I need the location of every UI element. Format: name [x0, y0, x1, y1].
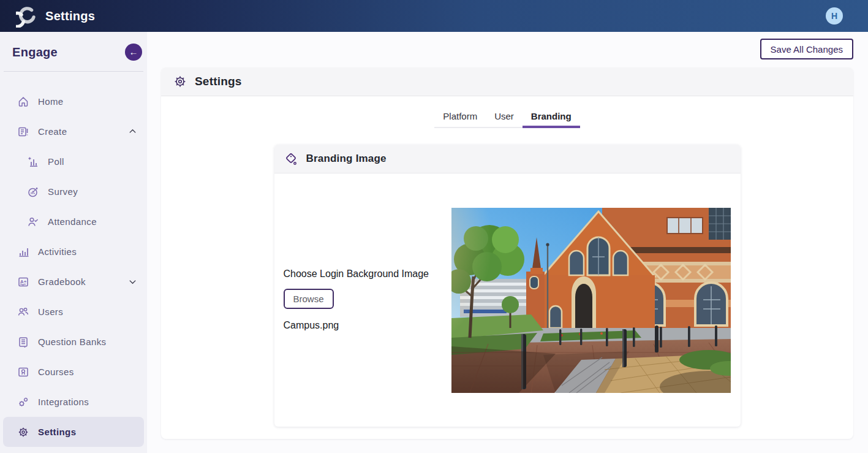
browse-button[interactable]: Browse [284, 289, 334, 309]
sidebar-item-question-banks[interactable]: Question Banks [0, 327, 147, 357]
user-avatar[interactable]: H [826, 7, 843, 25]
sidebar-item-activities[interactable]: Activities [0, 237, 147, 267]
sidebar-item-label: Gradebook [38, 276, 86, 287]
settings-panel: Settings Platform User Branding Bran [161, 67, 853, 439]
selected-file-name: Campus.png [284, 320, 455, 331]
choose-image-label: Choose Login Background Image [284, 268, 455, 280]
app-title: Settings [45, 9, 95, 23]
sidebar-item-label: Courses [38, 367, 74, 377]
sidebar-divider [4, 71, 143, 72]
settings-gear-icon [17, 426, 29, 438]
chevron-down-icon [128, 277, 137, 286]
users-icon [17, 306, 29, 318]
home-icon [17, 96, 29, 108]
sidebar-item-label: Poll [48, 156, 64, 167]
panel-title: Settings [195, 75, 242, 88]
sidebar-item-poll[interactable]: Poll [0, 147, 147, 177]
login-background-image-preview [451, 208, 731, 393]
sidebar-item-courses[interactable]: Courses [0, 357, 147, 387]
sidebar-item-label: Settings [38, 427, 76, 437]
sidebar-item-label: Survey [48, 186, 78, 197]
sidebar-item-label: Users [38, 306, 63, 317]
sidebar-nav: Home Create Poll Survey [0, 86, 147, 447]
survey-icon [27, 186, 39, 198]
sidebar-item-create[interactable]: Create [0, 116, 147, 147]
sidebar-item-label: Create [38, 126, 67, 137]
courses-icon [17, 366, 29, 378]
branding-image-card-header: Branding Image [274, 145, 741, 173]
activities-icon [17, 246, 29, 258]
branding-image-card-body: Choose Login Background Image Browse Cam… [274, 173, 741, 427]
settings-tabs: Platform User Branding [434, 107, 579, 128]
tab-platform[interactable]: Platform [434, 107, 486, 128]
sidebar: Engage ← Home Create Poll [0, 32, 147, 453]
svg-text:A+: A+ [20, 278, 27, 284]
branding-paint-icon [285, 152, 299, 166]
gear-icon [173, 75, 187, 88]
sidebar-item-home[interactable]: Home [0, 86, 147, 116]
sidebar-item-label: Home [38, 96, 64, 107]
sidebar-item-label: Question Banks [38, 337, 107, 347]
settings-panel-header: Settings [161, 67, 853, 96]
sidebar-item-integrations[interactable]: Integrations [0, 387, 147, 417]
poll-icon [27, 156, 39, 168]
arrow-left-icon: ← [129, 47, 138, 57]
save-all-changes-button[interactable]: Save All Changes [760, 39, 853, 59]
attendance-icon [27, 216, 39, 228]
tab-branding[interactable]: Branding [523, 107, 580, 128]
sidebar-item-label: Activities [38, 246, 77, 257]
gradebook-icon: A+ [17, 276, 29, 288]
sidebar-item-label: Integrations [38, 397, 89, 407]
sidebar-item-attendance[interactable]: Attendance [0, 207, 147, 237]
sidebar-item-gradebook[interactable]: A+ Gradebook [0, 267, 147, 297]
chevron-up-icon [128, 127, 137, 136]
sidebar-item-label: Attendance [48, 216, 97, 227]
sidebar-collapse-button[interactable]: ← [125, 44, 142, 61]
card-title: Branding Image [306, 153, 387, 165]
integrations-icon [17, 396, 29, 408]
app-logo-icon [16, 4, 39, 28]
sidebar-item-users[interactable]: Users [0, 297, 147, 327]
branding-image-card: Branding Image Choose Login Background I… [274, 145, 741, 427]
brand-title: Engage [12, 45, 58, 59]
sidebar-item-survey[interactable]: Survey [0, 177, 147, 207]
sidebar-item-settings[interactable]: Settings [3, 417, 144, 447]
tab-user[interactable]: User [486, 107, 523, 128]
question-banks-icon [17, 336, 29, 348]
topbar: Settings H [0, 0, 868, 32]
main-content: Save All Changes Settings Platform User … [147, 32, 868, 453]
create-icon [17, 126, 29, 138]
